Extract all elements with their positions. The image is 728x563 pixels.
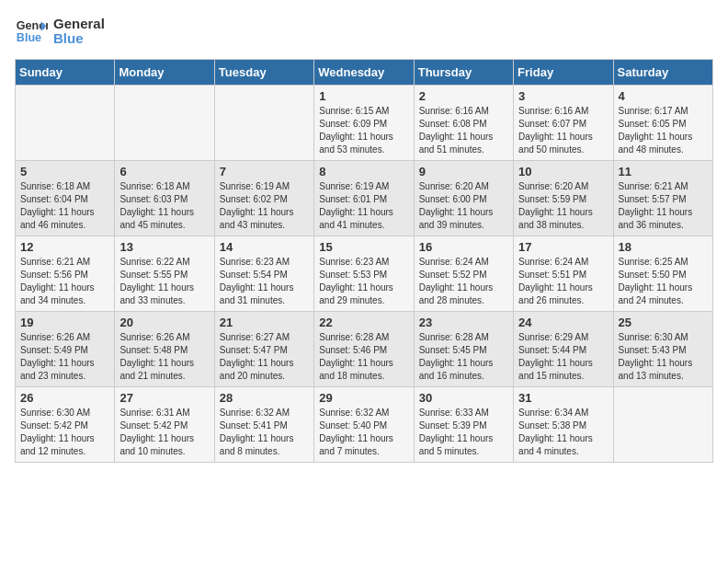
day-number: 28: [220, 391, 309, 405]
day-info: Sunrise: 6:26 AM Sunset: 5:49 PM Dayligh…: [20, 331, 109, 383]
day-number: 15: [319, 240, 408, 254]
day-number: 19: [20, 316, 109, 329]
day-info: Sunrise: 6:15 AM Sunset: 6:09 PM Dayligh…: [319, 105, 408, 156]
calendar-cell: 10Sunrise: 6:20 AM Sunset: 5:59 PM Dayli…: [514, 161, 613, 236]
day-info: Sunrise: 6:32 AM Sunset: 5:40 PM Dayligh…: [319, 407, 408, 458]
calendar-cell: [16, 86, 115, 161]
calendar-cell: 14Sunrise: 6:23 AM Sunset: 5:54 PM Dayli…: [214, 236, 313, 312]
calendar-cell: 26Sunrise: 6:30 AM Sunset: 5:42 PM Dayli…: [16, 387, 115, 463]
day-number: 3: [518, 89, 608, 103]
calendar-cell: 9Sunrise: 6:20 AM Sunset: 6:00 PM Daylig…: [414, 161, 513, 236]
calendar-cell: 18Sunrise: 6:25 AM Sunset: 5:50 PM Dayli…: [613, 236, 712, 312]
calendar-cell: 3Sunrise: 6:16 AM Sunset: 6:07 PM Daylig…: [514, 86, 613, 161]
day-number: 17: [518, 240, 608, 254]
calendar-cell: 13Sunrise: 6:22 AM Sunset: 5:55 PM Dayli…: [115, 236, 214, 312]
day-info: Sunrise: 6:23 AM Sunset: 5:54 PM Dayligh…: [220, 256, 309, 307]
day-info: Sunrise: 6:30 AM Sunset: 5:43 PM Dayligh…: [619, 331, 708, 383]
day-number: 10: [518, 165, 608, 178]
calendar-cell: 24Sunrise: 6:29 AM Sunset: 5:44 PM Dayli…: [514, 312, 613, 387]
page-header: General Blue General Blue: [15, 15, 713, 48]
day-number: 13: [119, 240, 209, 254]
day-number: 11: [619, 165, 708, 178]
day-number: 21: [220, 316, 309, 329]
calendar-cell: [613, 387, 712, 463]
day-info: Sunrise: 6:21 AM Sunset: 5:57 PM Dayligh…: [619, 180, 708, 232]
day-info: Sunrise: 6:32 AM Sunset: 5:41 PM Dayligh…: [220, 407, 309, 458]
day-info: Sunrise: 6:16 AM Sunset: 6:07 PM Dayligh…: [518, 105, 608, 156]
calendar-cell: 27Sunrise: 6:31 AM Sunset: 5:42 PM Dayli…: [115, 387, 214, 463]
calendar-cell: 19Sunrise: 6:26 AM Sunset: 5:49 PM Dayli…: [16, 312, 115, 387]
day-number: 7: [220, 165, 309, 178]
day-info: Sunrise: 6:21 AM Sunset: 5:56 PM Dayligh…: [20, 256, 109, 307]
calendar-table: SundayMondayTuesdayWednesdayThursdayFrid…: [15, 59, 713, 463]
day-number: 2: [419, 89, 508, 103]
day-number: 5: [20, 165, 109, 178]
day-number: 12: [20, 240, 109, 254]
day-info: Sunrise: 6:33 AM Sunset: 5:39 PM Dayligh…: [419, 407, 508, 458]
calendar-cell: 23Sunrise: 6:28 AM Sunset: 5:45 PM Dayli…: [414, 312, 513, 387]
day-number: 8: [319, 165, 408, 178]
calendar-cell: 8Sunrise: 6:19 AM Sunset: 6:01 PM Daylig…: [314, 161, 414, 236]
day-info: Sunrise: 6:16 AM Sunset: 6:08 PM Dayligh…: [419, 105, 508, 156]
day-number: 9: [419, 165, 508, 178]
day-number: 30: [419, 391, 508, 405]
day-number: 4: [619, 89, 708, 103]
day-number: 25: [619, 316, 708, 329]
day-number: 18: [619, 240, 708, 254]
day-info: Sunrise: 6:20 AM Sunset: 5:59 PM Dayligh…: [518, 180, 608, 232]
calendar-cell: 30Sunrise: 6:33 AM Sunset: 5:39 PM Dayli…: [414, 387, 513, 463]
weekday-header-tuesday: Tuesday: [214, 60, 313, 86]
day-number: 27: [119, 391, 209, 405]
day-info: Sunrise: 6:19 AM Sunset: 6:02 PM Dayligh…: [220, 180, 309, 232]
day-info: Sunrise: 6:19 AM Sunset: 6:01 PM Dayligh…: [319, 180, 408, 232]
day-info: Sunrise: 6:28 AM Sunset: 5:45 PM Dayligh…: [419, 331, 508, 383]
weekday-header-saturday: Saturday: [613, 60, 712, 86]
day-info: Sunrise: 6:31 AM Sunset: 5:42 PM Dayligh…: [119, 407, 209, 458]
calendar-cell: 20Sunrise: 6:26 AM Sunset: 5:48 PM Dayli…: [115, 312, 214, 387]
day-info: Sunrise: 6:29 AM Sunset: 5:44 PM Dayligh…: [518, 331, 608, 383]
weekday-header-monday: Monday: [115, 60, 214, 86]
day-info: Sunrise: 6:18 AM Sunset: 6:03 PM Dayligh…: [119, 180, 209, 232]
day-number: 24: [518, 316, 608, 329]
calendar-cell: 7Sunrise: 6:19 AM Sunset: 6:02 PM Daylig…: [214, 161, 313, 236]
logo-icon: General Blue: [15, 15, 48, 48]
calendar-cell: [214, 86, 313, 161]
day-info: Sunrise: 6:24 AM Sunset: 5:51 PM Dayligh…: [518, 256, 608, 307]
svg-text:Blue: Blue: [17, 31, 41, 44]
day-info: Sunrise: 6:26 AM Sunset: 5:48 PM Dayligh…: [119, 331, 209, 383]
day-number: 23: [419, 316, 508, 329]
day-info: Sunrise: 6:18 AM Sunset: 6:04 PM Dayligh…: [20, 180, 109, 232]
calendar-cell: 2Sunrise: 6:16 AM Sunset: 6:08 PM Daylig…: [414, 86, 513, 161]
day-info: Sunrise: 6:30 AM Sunset: 5:42 PM Dayligh…: [20, 407, 109, 458]
weekday-header-wednesday: Wednesday: [314, 60, 414, 86]
day-number: 22: [319, 316, 408, 329]
day-number: 16: [419, 240, 508, 254]
day-number: 26: [20, 391, 109, 405]
calendar-cell: 5Sunrise: 6:18 AM Sunset: 6:04 PM Daylig…: [16, 161, 115, 236]
calendar-cell: 22Sunrise: 6:28 AM Sunset: 5:46 PM Dayli…: [314, 312, 414, 387]
calendar-cell: 31Sunrise: 6:34 AM Sunset: 5:38 PM Dayli…: [514, 387, 613, 463]
day-number: 1: [319, 89, 408, 103]
day-info: Sunrise: 6:24 AM Sunset: 5:52 PM Dayligh…: [419, 256, 508, 307]
calendar-cell: 4Sunrise: 6:17 AM Sunset: 6:05 PM Daylig…: [613, 86, 712, 161]
logo-text-blue: Blue: [53, 31, 105, 47]
calendar-cell: 15Sunrise: 6:23 AM Sunset: 5:53 PM Dayli…: [314, 236, 414, 312]
day-number: 14: [220, 240, 309, 254]
calendar-cell: 11Sunrise: 6:21 AM Sunset: 5:57 PM Dayli…: [613, 161, 712, 236]
calendar-cell: 6Sunrise: 6:18 AM Sunset: 6:03 PM Daylig…: [115, 161, 214, 236]
day-info: Sunrise: 6:17 AM Sunset: 6:05 PM Dayligh…: [619, 105, 708, 156]
day-info: Sunrise: 6:27 AM Sunset: 5:47 PM Dayligh…: [220, 331, 309, 383]
day-info: Sunrise: 6:22 AM Sunset: 5:55 PM Dayligh…: [119, 256, 209, 307]
day-number: 29: [319, 391, 408, 405]
calendar-cell: 29Sunrise: 6:32 AM Sunset: 5:40 PM Dayli…: [314, 387, 414, 463]
day-info: Sunrise: 6:28 AM Sunset: 5:46 PM Dayligh…: [319, 331, 408, 383]
calendar-cell: 12Sunrise: 6:21 AM Sunset: 5:56 PM Dayli…: [16, 236, 115, 312]
day-number: 31: [518, 391, 608, 405]
calendar-cell: 25Sunrise: 6:30 AM Sunset: 5:43 PM Dayli…: [613, 312, 712, 387]
logo-text-general: General: [53, 17, 105, 32]
calendar-cell: 21Sunrise: 6:27 AM Sunset: 5:47 PM Dayli…: [214, 312, 313, 387]
day-number: 20: [119, 316, 209, 329]
day-info: Sunrise: 6:20 AM Sunset: 6:00 PM Dayligh…: [419, 180, 508, 232]
weekday-header-sunday: Sunday: [16, 60, 115, 86]
calendar-cell: 16Sunrise: 6:24 AM Sunset: 5:52 PM Dayli…: [414, 236, 513, 312]
